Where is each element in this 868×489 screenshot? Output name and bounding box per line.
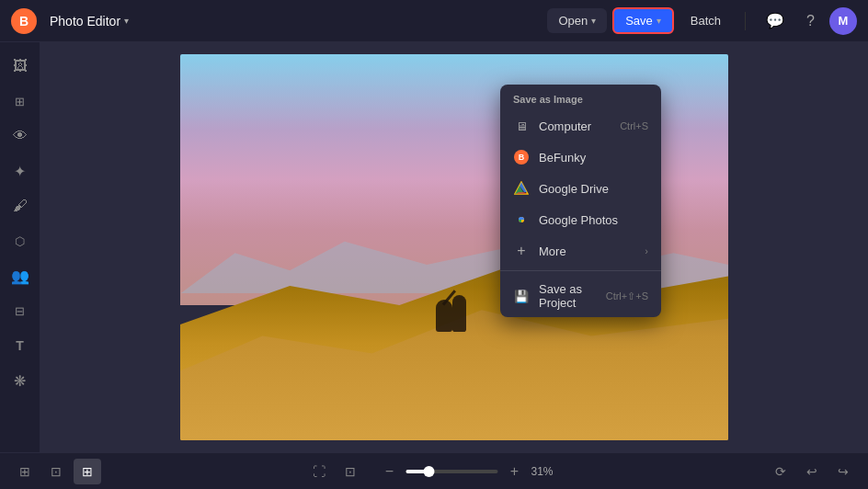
save-dropdown-menu: Save as Image 🖥 Computer Ctrl+S B BeFunk…: [500, 85, 661, 317]
sidebar-item-graphic[interactable]: ❋: [4, 364, 37, 397]
open-chevron: ▾: [591, 16, 596, 26]
undo-icon: ↩: [806, 464, 817, 479]
bottom-right: ⟳ ↩ ↪: [767, 459, 857, 484]
batch-button[interactable]: Batch: [680, 8, 732, 33]
google-photos-label: Google Photos: [539, 213, 618, 227]
zoom-in-button[interactable]: +: [504, 461, 526, 483]
logo-text: B: [19, 14, 29, 28]
sidebar-item-image[interactable]: 🖼: [4, 50, 37, 83]
fit-icon-button[interactable]: ⊡: [337, 459, 364, 484]
frame-icons: ⛶ ⊡: [305, 459, 364, 484]
grid-icon: ⊞: [82, 464, 93, 479]
dropdown-item-befunky[interactable]: B BeFunky: [500, 142, 661, 173]
chat-icon-button[interactable]: 💬: [759, 6, 792, 35]
zoom-slider-thumb[interactable]: [424, 466, 435, 477]
expand-icon-button[interactable]: ⛶: [305, 459, 333, 484]
history-icon: ⟳: [775, 464, 786, 479]
save-button[interactable]: Save ▾: [612, 7, 674, 34]
zoom-in-icon: +: [510, 463, 519, 480]
people-silhouette: [427, 286, 482, 332]
sidebar-item-collage[interactable]: ⊟: [4, 294, 37, 327]
canvas-area: Save as Image 🖥 Computer Ctrl+S B BeFunk…: [40, 42, 868, 452]
zoom-out-icon: −: [385, 463, 394, 480]
save-project-shortcut: Ctrl+⇧+S: [606, 290, 648, 302]
google-drive-label: Google Drive: [539, 182, 609, 196]
batch-label: Batch: [691, 14, 721, 28]
computer-shortcut: Ctrl+S: [620, 120, 648, 131]
text-icon: T: [16, 338, 24, 353]
dropdown-item-google-photos[interactable]: Google Photos: [500, 204, 661, 235]
adjustments-icon: ⊞: [15, 95, 25, 108]
eye-icon: 👁: [13, 128, 28, 144]
divider: [745, 12, 746, 30]
main-area: 🖼 ⊞ 👁 ✦ 🖌 ⬡ 👥 ⊟ T ❋: [0, 42, 868, 452]
sidebar-item-eye[interactable]: 👁: [4, 119, 37, 153]
zoom-out-button[interactable]: −: [379, 461, 401, 483]
sidebar-item-effects[interactable]: ✦: [4, 154, 37, 188]
computer-icon: 🖥: [513, 118, 530, 134]
effects-icon: ✦: [14, 163, 26, 180]
header: B Photo Editor ▾ Open ▾ Save ▾ Batch 💬 ?…: [0, 0, 868, 42]
more-icon: +: [513, 243, 530, 259]
google-drive-icon: [513, 180, 530, 197]
brush-icon: 🖌: [13, 198, 28, 214]
frames-icon: ⬡: [15, 234, 25, 248]
save-chevron: ▾: [657, 16, 661, 26]
google-photos-icon: [513, 211, 530, 228]
layers-button[interactable]: ⊞: [11, 459, 39, 484]
sidebar-item-brush[interactable]: 🖌: [4, 189, 37, 222]
sidebar-item-adjustments[interactable]: ⊞: [4, 85, 37, 118]
sidebar-item-frames[interactable]: ⬡: [4, 224, 37, 257]
graphic-icon: ❋: [14, 372, 26, 390]
history-button[interactable]: ⟳: [767, 459, 794, 484]
computer-label: Computer: [539, 119, 591, 133]
zoom-slider-container: − + 31%: [379, 461, 564, 483]
fit-icon: ⊡: [345, 464, 356, 479]
user-avatar[interactable]: M: [829, 7, 857, 35]
befunky-label: BeFunky: [539, 151, 586, 165]
dropdown-section-label: Save as Image: [500, 85, 661, 110]
bottom-center: ⛶ ⊡ − + 31%: [305, 459, 564, 484]
dropdown-item-computer[interactable]: 🖥 Computer Ctrl+S: [500, 110, 661, 142]
image-icon: 🖼: [13, 58, 28, 74]
undo-button[interactable]: ↩: [798, 459, 826, 484]
befunky-icon: B: [513, 149, 530, 165]
open-label: Open: [558, 14, 588, 28]
more-arrow: ›: [645, 245, 648, 256]
crop-icon: ⊡: [51, 464, 62, 479]
open-button[interactable]: Open ▾: [547, 8, 607, 33]
expand-icon: ⛶: [313, 464, 326, 479]
header-btn-group: Open ▾ Save ▾ Batch: [547, 7, 732, 34]
person2: [452, 295, 466, 332]
dropdown-divider: [500, 270, 661, 271]
logo[interactable]: B: [11, 8, 37, 34]
zoom-percent: 31%: [531, 465, 564, 478]
help-icon: ?: [806, 13, 815, 29]
zoom-slider[interactable]: [406, 470, 498, 473]
crop-button[interactable]: ⊡: [42, 459, 70, 484]
dropdown-item-save-as-project[interactable]: 💾 Save as Project Ctrl+⇧+S: [500, 275, 661, 317]
chat-icon: 💬: [766, 12, 784, 29]
grid-button[interactable]: ⊞: [74, 459, 101, 484]
save-label: Save: [625, 14, 653, 28]
help-icon-button[interactable]: ?: [799, 7, 822, 35]
sidebar-item-text[interactable]: T: [4, 329, 37, 362]
sidebar-item-people[interactable]: 👥: [4, 259, 37, 292]
bottom-left: ⊞ ⊡ ⊞: [11, 459, 101, 484]
more-label: More: [539, 244, 566, 258]
redo-button[interactable]: ↪: [829, 459, 857, 484]
save-project-icon: 💾: [513, 288, 530, 304]
avatar-letter: M: [839, 14, 849, 28]
bottom-toolbar: ⊞ ⊡ ⊞ ⛶ ⊡ − +: [0, 452, 868, 489]
people-icon: 👥: [11, 267, 29, 285]
app-title-chevron: ▾: [124, 16, 129, 26]
sidebar: 🖼 ⊞ 👁 ✦ 🖌 ⬡ 👥 ⊟ T ❋: [0, 42, 40, 452]
collage-icon: ⊟: [15, 304, 25, 318]
redo-icon: ↪: [838, 464, 849, 479]
dropdown-item-more[interactable]: + More ›: [500, 235, 661, 267]
layers-icon: ⊞: [19, 464, 30, 479]
save-project-label: Save as Project: [539, 282, 597, 310]
dropdown-item-google-drive[interactable]: Google Drive: [500, 173, 661, 204]
app-title-label: Photo Editor: [50, 14, 120, 28]
app-title-button[interactable]: Photo Editor ▾: [44, 10, 134, 32]
